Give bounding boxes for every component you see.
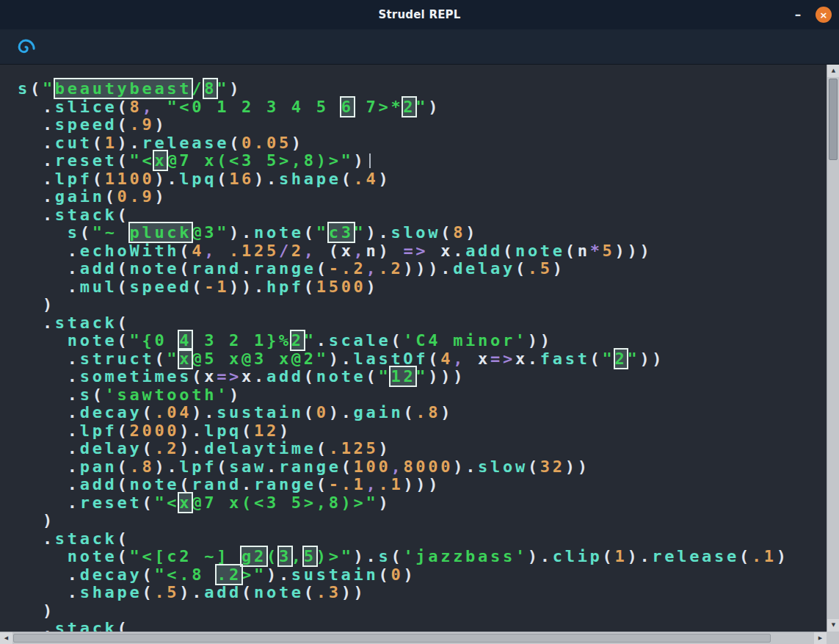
code-line[interactable]: note("<[c2 ~] g2(3,5)>").s('jazzbass').c… <box>18 548 789 566</box>
titlebar[interactable]: Strudel REPL – × <box>0 0 839 29</box>
code-token: ) <box>440 403 453 422</box>
code-line[interactable]: .shape(.5).add(note(.3)) <box>18 584 789 602</box>
code-line[interactable]: .stack( <box>18 314 789 333</box>
code-line[interactable]: .s('sawtooth') <box>18 386 789 405</box>
code-token: )) <box>639 350 664 368</box>
code-token: . <box>241 475 254 493</box>
code-token: ( <box>117 457 130 476</box>
code-line[interactable]: .echoWith(4, .125/2, (x,n) => x.add(note… <box>18 242 789 261</box>
scrollbar-corner <box>827 632 839 644</box>
code-token: . <box>130 134 142 152</box>
code-token: " <box>167 350 179 368</box>
code-token: note <box>130 475 180 493</box>
code-token: . <box>341 403 354 422</box>
code-token: ))) <box>428 367 465 386</box>
code-line[interactable]: .stack( <box>18 620 789 632</box>
close-button[interactable]: × <box>816 7 832 23</box>
code-line[interactable]: .decay("<.8 .2>").sustain(0) <box>18 566 789 585</box>
code-token: "<0 1 2 3 4 5 <box>167 98 341 116</box>
code-token: ) <box>229 386 241 404</box>
code-token: "<[c2 ~] <box>130 547 242 565</box>
code-line[interactable]: .sometimes(x=>x.add(note("12"))) <box>18 368 789 386</box>
code-line[interactable]: ) <box>18 602 789 621</box>
scrollbar-right-button[interactable]: ▶ <box>814 632 827 644</box>
code-token: .1 <box>378 475 403 493</box>
code-line[interactable]: ) <box>18 512 789 530</box>
vertical-scrollbar-thumb[interactable] <box>829 79 838 160</box>
code-token: . <box>639 547 652 565</box>
code-line[interactable]: .gain(0.9) <box>18 188 789 206</box>
code-token: x <box>241 367 254 386</box>
code-token: gain <box>354 403 404 422</box>
code-line[interactable]: .mul(speed(-1)).hpf(1500) <box>18 278 789 297</box>
code-token: decay <box>80 565 142 584</box>
code-token: . <box>18 187 55 206</box>
scrollbar-down-button[interactable]: ▼ <box>827 619 839 632</box>
code-token: @5 x@3 x@2 <box>192 350 316 368</box>
code-line[interactable]: s("beautybeast/8") <box>18 80 789 98</box>
code-token: 2 <box>615 350 628 368</box>
minimize-button[interactable]: – <box>791 7 805 22</box>
code-token: " <box>354 223 366 242</box>
code-editor[interactable]: s("beautybeast/8") .slice(8, "<0 1 2 3 4… <box>0 65 827 632</box>
code-line[interactable]: .slice(8, "<0 1 2 3 4 5 6 7>*2") <box>18 98 789 117</box>
code-line[interactable]: .stack( <box>18 530 789 549</box>
code-line[interactable]: .reset("<x@7 x(<3 5>,8)>") <box>18 494 789 513</box>
code-token: s <box>80 386 92 404</box>
scrollbar-up-button[interactable]: ▲ <box>827 65 839 77</box>
code-token: @3 <box>192 223 217 242</box>
code-token: fast <box>540 350 590 368</box>
code-token: . <box>266 457 279 476</box>
code-token: ( <box>179 259 192 278</box>
code-token: " <box>627 350 639 368</box>
code-token: g2 <box>241 547 266 565</box>
code-line[interactable]: .stack( <box>18 206 789 225</box>
code-token: x <box>341 242 354 260</box>
code-token <box>428 242 440 260</box>
vertical-scrollbar[interactable]: ▲ ▼ <box>827 65 839 632</box>
code-line[interactable]: .lpf(2000).lpq(12) <box>18 422 789 441</box>
horizontal-scrollbar-thumb[interactable] <box>13 634 771 643</box>
code-line[interactable]: ) <box>18 296 789 314</box>
code-line[interactable]: .struct("x@5 x@3 x@2").lastOf(4, x=>x.fa… <box>18 350 789 369</box>
code-token <box>217 242 229 260</box>
code-line[interactable]: .pan(.8).lpf(saw.range(100,8000).slow(32… <box>18 458 789 477</box>
code-token: ) <box>179 422 192 440</box>
code-token: ( <box>30 79 43 98</box>
code-token: ( <box>117 259 130 278</box>
code-line[interactable]: .decay(.04).sustain(0).gain(.8) <box>18 404 789 422</box>
code-line[interactable]: .lpf(1100).lpq(16).shape(.4) <box>18 170 789 189</box>
code-line[interactable]: .cut(1).release(0.05) <box>18 134 789 153</box>
code-token: range <box>254 475 316 493</box>
code-line[interactable]: .reset("<x@7 x(<3 5>,8)>") <box>18 152 789 170</box>
code-token: ) <box>465 223 478 242</box>
strudel-spiral-logo[interactable] <box>14 35 37 59</box>
horizontal-scrollbar[interactable]: ◀ ▶ <box>0 632 827 644</box>
code-token: ( <box>117 422 130 440</box>
code-line[interactable]: s("~ pluck@3").note("c3").slow(8) <box>18 224 789 242</box>
code-line[interactable]: .add(note(rand.range(-.1,.1))) <box>18 476 789 494</box>
code-token: ) <box>453 457 465 476</box>
code-token: ) <box>254 170 266 188</box>
code-token: -.1 <box>329 475 366 493</box>
code-token: ) <box>229 79 241 98</box>
code-token: 0 <box>391 565 403 584</box>
code-line[interactable]: note("{0 4 3 2 1}%2".scale('C4 minor')) <box>18 332 789 350</box>
code-token: add <box>465 242 503 260</box>
code-token: ( <box>428 350 440 368</box>
code-token: . <box>241 259 254 278</box>
code-line[interactable]: .speed(.9) <box>18 116 789 134</box>
code-token: .5 <box>528 259 553 278</box>
code-token: . <box>18 314 55 332</box>
code-line[interactable]: .delay(.2).delaytime(.125) <box>18 440 789 458</box>
code-token: stack <box>55 619 117 632</box>
scrollbar-left-button[interactable]: ◀ <box>0 632 12 644</box>
code-token: 3 2 1}% <box>192 331 291 350</box>
code-token: 4 <box>440 350 453 368</box>
code-token: 0 <box>316 403 329 422</box>
code-line[interactable]: .add(note(rand.range(-.2,.2))).delay(.5) <box>18 260 789 278</box>
code-token: c3 <box>329 223 354 242</box>
code-token: . <box>18 439 80 457</box>
code-token: .3 <box>316 583 341 601</box>
code-token: 'sawtooth' <box>105 386 229 404</box>
